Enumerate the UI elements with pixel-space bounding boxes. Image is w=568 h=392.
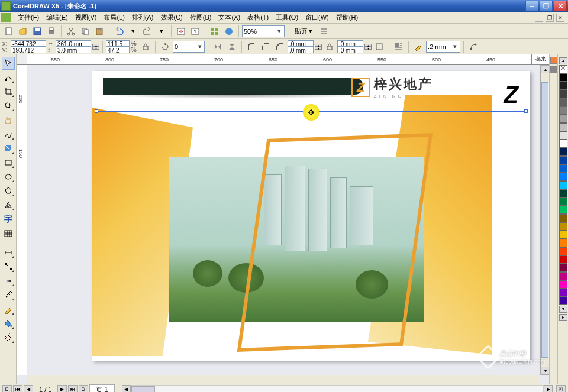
shape-tool[interactable] xyxy=(2,71,15,84)
freehand-tool[interactable] xyxy=(2,128,15,141)
swatch[interactable] xyxy=(559,156,567,164)
selection-handle-right[interactable] xyxy=(524,109,528,113)
menu-table[interactable]: 表格(T) xyxy=(244,12,272,23)
swatch[interactable] xyxy=(559,140,567,148)
swatch[interactable] xyxy=(559,255,567,264)
width-field[interactable]: 361.0 mm xyxy=(56,40,91,47)
rotation-combo[interactable]: ▾ xyxy=(173,41,205,53)
outline-tool[interactable] xyxy=(2,303,15,316)
swatch[interactable] xyxy=(559,98,567,106)
zoom-tool[interactable] xyxy=(2,99,15,112)
rectangle-tool[interactable] xyxy=(2,156,15,169)
cut-button[interactable] xyxy=(64,25,78,38)
page-tab-1[interactable]: 页 1 xyxy=(89,384,114,393)
corner-lock-button[interactable] xyxy=(323,40,336,53)
maximize-button[interactable]: ❐ xyxy=(540,1,553,11)
swatch[interactable] xyxy=(559,82,567,90)
docker-tab-2[interactable] xyxy=(550,66,557,73)
crop-tool[interactable] xyxy=(2,85,15,98)
scroll-down-button[interactable]: ▾ xyxy=(541,367,549,375)
last-page-button[interactable]: ⏭ xyxy=(68,385,78,393)
close-button[interactable]: ✕ xyxy=(554,1,567,11)
palette-fly-button[interactable]: ▸ xyxy=(559,314,567,321)
ruler-unit[interactable]: 毫米 xyxy=(531,54,549,65)
swatch[interactable] xyxy=(559,115,567,123)
undo-button[interactable] xyxy=(112,25,125,38)
zoom-input[interactable] xyxy=(244,28,276,35)
doc-restore-button[interactable]: ❐ xyxy=(546,14,554,22)
swatch[interactable] xyxy=(559,106,567,115)
add-page-button[interactable]: 🗋 xyxy=(2,385,12,393)
menu-tools[interactable]: 工具(O) xyxy=(272,12,302,23)
pick-tool[interactable] xyxy=(2,57,15,70)
swatch[interactable] xyxy=(559,197,567,206)
copy-button[interactable] xyxy=(79,25,92,38)
swatch[interactable] xyxy=(559,73,567,82)
doc-close-button[interactable]: ✕ xyxy=(556,14,564,22)
mirror-h-button[interactable] xyxy=(211,40,224,53)
swatch[interactable] xyxy=(559,289,567,297)
corner4-field[interactable]: .0 mm xyxy=(337,47,363,53)
export-button[interactable] xyxy=(189,25,202,38)
options-button[interactable] xyxy=(317,25,330,38)
menu-text[interactable]: 文本(X) xyxy=(215,12,244,23)
docker-tab-1[interactable] xyxy=(550,57,557,64)
import-button[interactable] xyxy=(175,25,188,38)
menu-edit[interactable]: 编辑(E) xyxy=(43,12,72,23)
redo-drop-button[interactable]: ▾ xyxy=(155,25,168,38)
pos-y-field[interactable]: 193.712 mm xyxy=(11,47,46,53)
prev-page-button[interactable]: ◀ xyxy=(24,385,33,393)
next-page-button[interactable]: ▶ xyxy=(57,385,67,393)
menu-view[interactable]: 视图(V) xyxy=(72,12,101,23)
swatch[interactable] xyxy=(559,148,567,156)
size-spinner[interactable]: ▴▾ xyxy=(92,44,99,50)
page-canvas[interactable]: Z 梓兴地产 ZIXING GROUP Z xyxy=(92,71,530,361)
swatch[interactable] xyxy=(559,222,567,231)
mirror-v-button[interactable] xyxy=(225,40,238,53)
paste-button[interactable] xyxy=(93,25,106,38)
selection-handle-left[interactable] xyxy=(95,109,98,113)
swatch[interactable] xyxy=(559,239,567,247)
horizontal-ruler[interactable]: 850 800 750 700 650 600 550 500 450 400 xyxy=(27,54,540,65)
basic-shapes-tool[interactable] xyxy=(2,199,15,212)
swatch[interactable] xyxy=(559,189,567,197)
snap-button[interactable]: 贴齐 ▾ xyxy=(291,25,316,37)
doc-minimize-button[interactable]: ─ xyxy=(535,14,543,22)
page-scroll-thumb[interactable] xyxy=(131,386,155,393)
menu-window[interactable]: 窗口(W) xyxy=(302,12,333,23)
to-curves-button[interactable] xyxy=(467,40,480,53)
pan-tool[interactable] xyxy=(2,114,15,127)
save-button[interactable] xyxy=(31,25,44,38)
viewport[interactable]: Z 梓兴地产 ZIXING GROUP Z xyxy=(27,65,540,375)
menu-layout[interactable]: 布局(L) xyxy=(100,12,128,23)
app-launcher-button[interactable] xyxy=(208,25,221,38)
page-scrollbar[interactable]: ◀ ▶ xyxy=(122,385,553,393)
menu-effects[interactable]: 效果(C) xyxy=(157,12,186,23)
swatch[interactable] xyxy=(559,231,567,239)
swatch-none[interactable] xyxy=(559,65,567,73)
scale-x-field[interactable]: 111.5 xyxy=(106,40,130,47)
scroll-up-button[interactable]: ▴ xyxy=(541,65,549,73)
pos-x-field[interactable]: -644.732 mm xyxy=(11,40,46,47)
swatch[interactable] xyxy=(559,247,567,255)
corner3-field[interactable]: .0 mm xyxy=(337,40,363,47)
corner-spinner-2[interactable]: ▴▾ xyxy=(364,44,372,50)
lock-ratio-button[interactable] xyxy=(139,40,152,53)
interactive-fill-tool[interactable] xyxy=(2,331,15,344)
swatch[interactable] xyxy=(559,264,567,272)
corner-spinner-1[interactable]: ▴▾ xyxy=(315,44,322,50)
first-page-button[interactable]: ⏮ xyxy=(13,385,22,393)
connector-tool[interactable] xyxy=(2,260,15,273)
relative-corner-button[interactable] xyxy=(373,40,386,53)
print-button[interactable] xyxy=(45,25,58,38)
dimension-tool[interactable] xyxy=(2,246,15,259)
swatch[interactable] xyxy=(559,131,567,140)
smart-fill-tool[interactable] xyxy=(2,142,15,155)
swatch[interactable] xyxy=(559,90,567,98)
corner2-field[interactable]: .0 mm xyxy=(288,47,314,53)
menu-bitmaps[interactable]: 位图(B) xyxy=(186,12,215,23)
swatch[interactable] xyxy=(559,164,567,173)
welcome-button[interactable] xyxy=(222,25,235,38)
corner-round-button[interactable] xyxy=(245,40,258,53)
swatch[interactable] xyxy=(559,297,567,305)
